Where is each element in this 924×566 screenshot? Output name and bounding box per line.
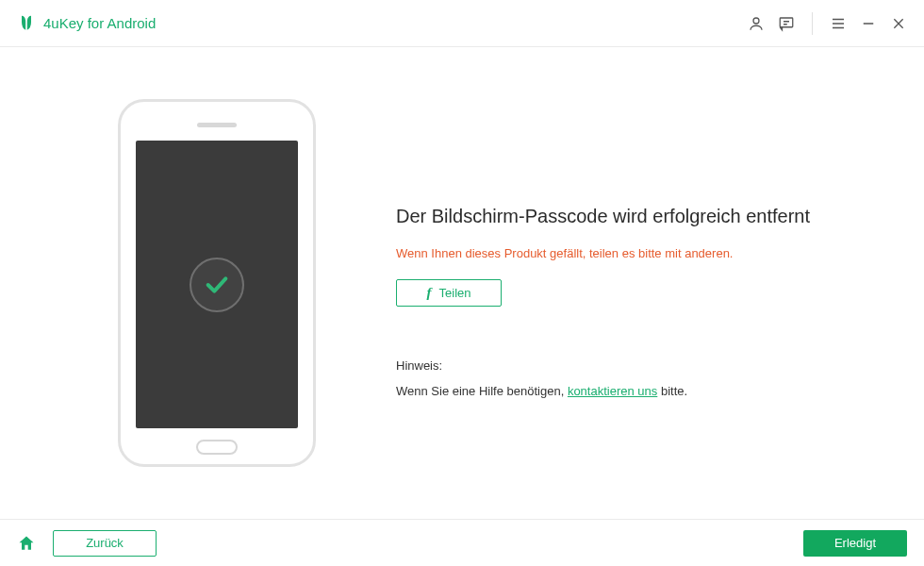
phone-screen	[136, 141, 298, 428]
share-button[interactable]: f Teilen	[396, 279, 502, 307]
titlebar-left: 4uKey for Android	[17, 14, 748, 33]
footer-bar: Zurück Erledigt	[0, 519, 924, 566]
share-message: Wenn Ihnen dieses Produkt gefällt, teile…	[396, 246, 867, 260]
phone-home-button	[196, 440, 238, 455]
titlebar-right	[748, 12, 907, 35]
titlebar: 4uKey for Android	[0, 0, 924, 47]
minimize-icon[interactable]	[860, 15, 877, 32]
success-check-icon	[190, 258, 244, 312]
share-button-label: Teilen	[439, 286, 471, 300]
app-logo-icon	[17, 14, 36, 33]
note-suffix: bitte.	[657, 384, 687, 398]
note-body: Wenn Sie eine Hilfe benötigen, kontaktie…	[396, 384, 867, 398]
contact-us-link[interactable]: kontaktieren uns	[568, 384, 657, 398]
account-icon[interactable]	[748, 15, 765, 32]
success-heading: Der Bildschirm-Passcode wird erfolgreich…	[396, 206, 867, 227]
back-button[interactable]: Zurück	[53, 530, 157, 557]
home-icon[interactable]	[17, 534, 36, 553]
feedback-icon[interactable]	[778, 15, 795, 32]
share-button-row: f Teilen	[396, 279, 867, 307]
note-title: Hinweis:	[396, 358, 867, 373]
note-prefix: Wenn Sie eine Hilfe benötigen,	[396, 384, 568, 398]
product-name: 4uKey for Android	[43, 15, 156, 31]
close-icon[interactable]	[890, 15, 907, 32]
done-button[interactable]: Erledigt	[803, 530, 907, 557]
phone-illustration-column	[57, 99, 377, 467]
svg-point-0	[753, 18, 759, 24]
menu-icon[interactable]	[830, 15, 847, 32]
message-column: Der Bildschirm-Passcode wird erfolgreich…	[377, 168, 867, 398]
facebook-icon: f	[427, 285, 432, 301]
phone-speaker	[197, 123, 237, 127]
phone-illustration	[118, 99, 316, 467]
main-content: Der Bildschirm-Passcode wird erfolgreich…	[0, 47, 924, 519]
titlebar-separator	[812, 12, 813, 35]
svg-rect-1	[780, 18, 793, 27]
